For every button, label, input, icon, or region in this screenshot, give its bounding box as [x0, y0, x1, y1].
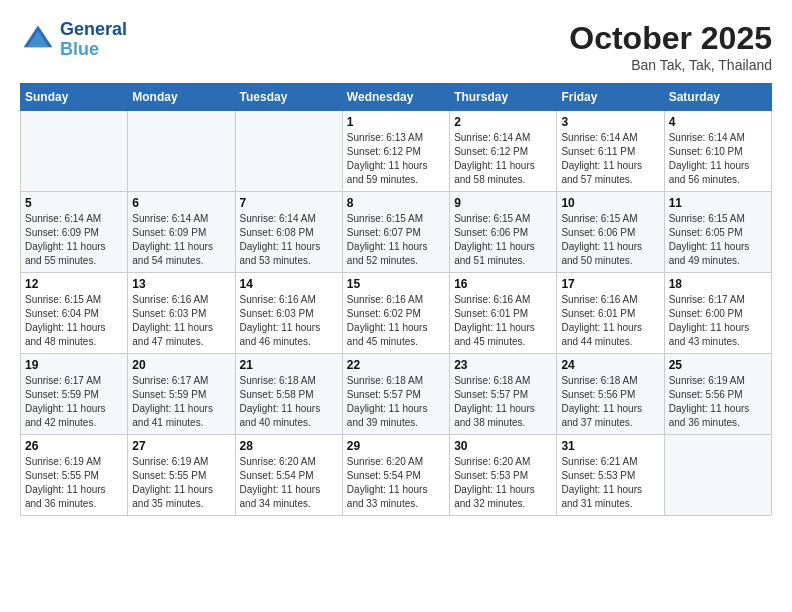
calendar-cell: 16Sunrise: 6:16 AMSunset: 6:01 PMDayligh… — [450, 273, 557, 354]
day-number: 16 — [454, 277, 552, 291]
calendar-header-row: SundayMondayTuesdayWednesdayThursdayFrid… — [21, 84, 772, 111]
calendar-cell: 14Sunrise: 6:16 AMSunset: 6:03 PMDayligh… — [235, 273, 342, 354]
calendar-cell — [128, 111, 235, 192]
calendar-week-row: 5Sunrise: 6:14 AMSunset: 6:09 PMDaylight… — [21, 192, 772, 273]
weekday-header-tuesday: Tuesday — [235, 84, 342, 111]
day-info: Sunrise: 6:19 AMSunset: 5:56 PMDaylight:… — [669, 374, 767, 430]
calendar-cell: 22Sunrise: 6:18 AMSunset: 5:57 PMDayligh… — [342, 354, 449, 435]
title-area: October 2025 Ban Tak, Tak, Thailand — [569, 20, 772, 73]
day-number: 14 — [240, 277, 338, 291]
day-number: 20 — [132, 358, 230, 372]
day-info: Sunrise: 6:17 AMSunset: 5:59 PMDaylight:… — [25, 374, 123, 430]
calendar-week-row: 1Sunrise: 6:13 AMSunset: 6:12 PMDaylight… — [21, 111, 772, 192]
day-info: Sunrise: 6:15 AMSunset: 6:06 PMDaylight:… — [454, 212, 552, 268]
calendar-cell: 23Sunrise: 6:18 AMSunset: 5:57 PMDayligh… — [450, 354, 557, 435]
day-number: 13 — [132, 277, 230, 291]
day-info: Sunrise: 6:14 AMSunset: 6:11 PMDaylight:… — [561, 131, 659, 187]
calendar-cell: 18Sunrise: 6:17 AMSunset: 6:00 PMDayligh… — [664, 273, 771, 354]
day-info: Sunrise: 6:18 AMSunset: 5:58 PMDaylight:… — [240, 374, 338, 430]
day-info: Sunrise: 6:16 AMSunset: 6:02 PMDaylight:… — [347, 293, 445, 349]
weekday-header-sunday: Sunday — [21, 84, 128, 111]
day-number: 29 — [347, 439, 445, 453]
calendar-cell: 6Sunrise: 6:14 AMSunset: 6:09 PMDaylight… — [128, 192, 235, 273]
calendar-week-row: 12Sunrise: 6:15 AMSunset: 6:04 PMDayligh… — [21, 273, 772, 354]
day-number: 11 — [669, 196, 767, 210]
day-info: Sunrise: 6:16 AMSunset: 6:01 PMDaylight:… — [454, 293, 552, 349]
day-number: 26 — [25, 439, 123, 453]
day-number: 23 — [454, 358, 552, 372]
day-number: 18 — [669, 277, 767, 291]
day-info: Sunrise: 6:20 AMSunset: 5:53 PMDaylight:… — [454, 455, 552, 511]
day-info: Sunrise: 6:18 AMSunset: 5:57 PMDaylight:… — [454, 374, 552, 430]
calendar-cell: 10Sunrise: 6:15 AMSunset: 6:06 PMDayligh… — [557, 192, 664, 273]
day-number: 12 — [25, 277, 123, 291]
day-number: 3 — [561, 115, 659, 129]
calendar-cell: 8Sunrise: 6:15 AMSunset: 6:07 PMDaylight… — [342, 192, 449, 273]
day-number: 10 — [561, 196, 659, 210]
day-number: 24 — [561, 358, 659, 372]
day-info: Sunrise: 6:18 AMSunset: 5:56 PMDaylight:… — [561, 374, 659, 430]
day-info: Sunrise: 6:19 AMSunset: 5:55 PMDaylight:… — [25, 455, 123, 511]
month-title: October 2025 — [569, 20, 772, 57]
day-info: Sunrise: 6:16 AMSunset: 6:03 PMDaylight:… — [132, 293, 230, 349]
calendar-cell — [21, 111, 128, 192]
day-info: Sunrise: 6:15 AMSunset: 6:05 PMDaylight:… — [669, 212, 767, 268]
calendar-cell: 2Sunrise: 6:14 AMSunset: 6:12 PMDaylight… — [450, 111, 557, 192]
day-info: Sunrise: 6:17 AMSunset: 5:59 PMDaylight:… — [132, 374, 230, 430]
day-number: 1 — [347, 115, 445, 129]
day-number: 5 — [25, 196, 123, 210]
calendar-cell: 1Sunrise: 6:13 AMSunset: 6:12 PMDaylight… — [342, 111, 449, 192]
calendar-cell — [664, 435, 771, 516]
day-info: Sunrise: 6:18 AMSunset: 5:57 PMDaylight:… — [347, 374, 445, 430]
calendar-cell: 25Sunrise: 6:19 AMSunset: 5:56 PMDayligh… — [664, 354, 771, 435]
day-number: 21 — [240, 358, 338, 372]
calendar-cell: 15Sunrise: 6:16 AMSunset: 6:02 PMDayligh… — [342, 273, 449, 354]
day-info: Sunrise: 6:13 AMSunset: 6:12 PMDaylight:… — [347, 131, 445, 187]
calendar-cell: 20Sunrise: 6:17 AMSunset: 5:59 PMDayligh… — [128, 354, 235, 435]
day-number: 15 — [347, 277, 445, 291]
calendar-cell: 11Sunrise: 6:15 AMSunset: 6:05 PMDayligh… — [664, 192, 771, 273]
day-number: 4 — [669, 115, 767, 129]
calendar-table: SundayMondayTuesdayWednesdayThursdayFrid… — [20, 83, 772, 516]
day-number: 28 — [240, 439, 338, 453]
day-info: Sunrise: 6:14 AMSunset: 6:09 PMDaylight:… — [132, 212, 230, 268]
day-info: Sunrise: 6:15 AMSunset: 6:04 PMDaylight:… — [25, 293, 123, 349]
logo: GeneralBlue — [20, 20, 127, 60]
calendar-cell — [235, 111, 342, 192]
calendar-cell: 26Sunrise: 6:19 AMSunset: 5:55 PMDayligh… — [21, 435, 128, 516]
calendar-cell: 29Sunrise: 6:20 AMSunset: 5:54 PMDayligh… — [342, 435, 449, 516]
weekday-header-thursday: Thursday — [450, 84, 557, 111]
day-number: 30 — [454, 439, 552, 453]
calendar-cell: 12Sunrise: 6:15 AMSunset: 6:04 PMDayligh… — [21, 273, 128, 354]
day-number: 2 — [454, 115, 552, 129]
day-number: 6 — [132, 196, 230, 210]
day-info: Sunrise: 6:20 AMSunset: 5:54 PMDaylight:… — [347, 455, 445, 511]
day-number: 22 — [347, 358, 445, 372]
calendar-cell: 31Sunrise: 6:21 AMSunset: 5:53 PMDayligh… — [557, 435, 664, 516]
weekday-header-wednesday: Wednesday — [342, 84, 449, 111]
calendar-cell: 4Sunrise: 6:14 AMSunset: 6:10 PMDaylight… — [664, 111, 771, 192]
day-info: Sunrise: 6:16 AMSunset: 6:01 PMDaylight:… — [561, 293, 659, 349]
location: Ban Tak, Tak, Thailand — [569, 57, 772, 73]
calendar-cell: 19Sunrise: 6:17 AMSunset: 5:59 PMDayligh… — [21, 354, 128, 435]
day-number: 7 — [240, 196, 338, 210]
calendar-cell: 17Sunrise: 6:16 AMSunset: 6:01 PMDayligh… — [557, 273, 664, 354]
calendar-week-row: 26Sunrise: 6:19 AMSunset: 5:55 PMDayligh… — [21, 435, 772, 516]
weekday-header-saturday: Saturday — [664, 84, 771, 111]
calendar-cell: 5Sunrise: 6:14 AMSunset: 6:09 PMDaylight… — [21, 192, 128, 273]
calendar-cell: 3Sunrise: 6:14 AMSunset: 6:11 PMDaylight… — [557, 111, 664, 192]
day-info: Sunrise: 6:21 AMSunset: 5:53 PMDaylight:… — [561, 455, 659, 511]
day-number: 27 — [132, 439, 230, 453]
day-info: Sunrise: 6:14 AMSunset: 6:08 PMDaylight:… — [240, 212, 338, 268]
calendar-cell: 24Sunrise: 6:18 AMSunset: 5:56 PMDayligh… — [557, 354, 664, 435]
weekday-header-friday: Friday — [557, 84, 664, 111]
day-number: 25 — [669, 358, 767, 372]
calendar-cell: 9Sunrise: 6:15 AMSunset: 6:06 PMDaylight… — [450, 192, 557, 273]
day-info: Sunrise: 6:17 AMSunset: 6:00 PMDaylight:… — [669, 293, 767, 349]
day-number: 17 — [561, 277, 659, 291]
day-info: Sunrise: 6:20 AMSunset: 5:54 PMDaylight:… — [240, 455, 338, 511]
day-info: Sunrise: 6:14 AMSunset: 6:12 PMDaylight:… — [454, 131, 552, 187]
day-info: Sunrise: 6:14 AMSunset: 6:09 PMDaylight:… — [25, 212, 123, 268]
calendar-cell: 13Sunrise: 6:16 AMSunset: 6:03 PMDayligh… — [128, 273, 235, 354]
day-number: 9 — [454, 196, 552, 210]
